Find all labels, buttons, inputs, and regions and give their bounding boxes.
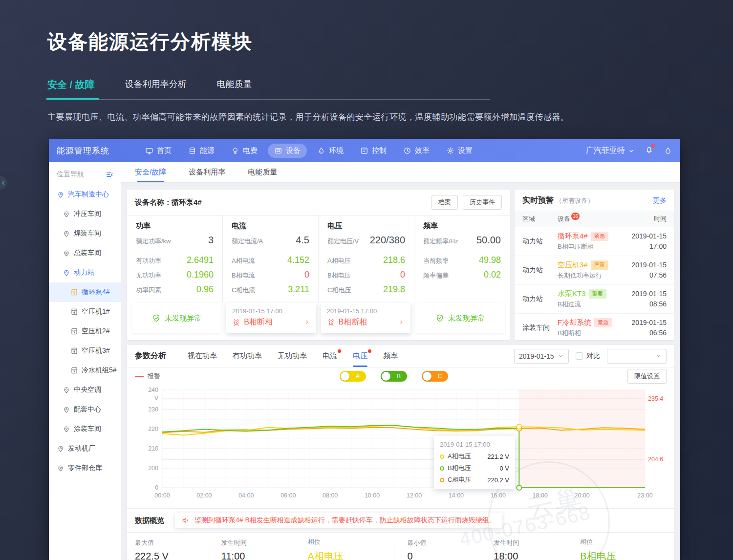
- status-ok-card-0: 未发现异常: [132, 303, 221, 333]
- sidebar-item-0[interactable]: 汽车制造中心: [49, 185, 121, 204]
- app-header-right: 广汽菲亚特: [586, 145, 672, 156]
- device-action-button-1[interactable]: 历史事件: [463, 195, 502, 210]
- nav-item-7[interactable]: 设置: [440, 144, 479, 158]
- nav-item-6[interactable]: 效率: [397, 144, 436, 158]
- sidebar-item-11[interactable]: 配套中心: [49, 400, 121, 419]
- alert-datetime: 2019-01-1508:56: [631, 289, 667, 309]
- alert-row-1[interactable]: 动力站空压机3#严重长期低功率运行2019-01-1507:56: [515, 256, 674, 285]
- stats-divider: [394, 540, 394, 560]
- app-brand: 能源管理系统: [57, 145, 109, 156]
- subtab-0[interactable]: 安全/故障: [135, 162, 166, 182]
- env-icon: [317, 147, 325, 155]
- nav-item-5[interactable]: 控制: [354, 144, 393, 158]
- nav-item-2[interactable]: 电费: [225, 144, 264, 158]
- phase-toggle-C[interactable]: C: [422, 371, 448, 382]
- analysis-tab-3[interactable]: 电流: [323, 345, 337, 367]
- collapse-edge-tab[interactable]: [0, 176, 7, 190]
- device-name-value: 循环泵4#: [172, 198, 202, 206]
- water-drop-icon[interactable]: [664, 147, 672, 155]
- alerts-more-link[interactable]: 更多: [653, 196, 667, 205]
- analysis-tab-0[interactable]: 视在功率: [188, 345, 217, 367]
- voltage-chart: 235.4204.6240V230220210200000:0002:0004:…: [135, 385, 667, 508]
- hero-tab-1[interactable]: 设备利用率分析: [125, 78, 187, 91]
- alert-row-3[interactable]: 涂装车间F冷却系统紧急B相断相2019-01-1506:56: [515, 314, 674, 340]
- severity-badge: 严重: [591, 260, 608, 270]
- analysis-tab-5[interactable]: 频率: [383, 345, 398, 367]
- alert-datetime: 2019-01-1506:56: [631, 318, 667, 338]
- limit-settings-button[interactable]: 限值设置: [627, 369, 667, 384]
- device-box-icon: [70, 308, 78, 316]
- alert-row-2[interactable]: 动力站水泵KT3重要B相过流2019-01-1508:56: [515, 285, 674, 314]
- analysis-tab-4[interactable]: 电压: [353, 345, 367, 367]
- alerts-subtitle: （所有设备）: [556, 196, 653, 205]
- sidebar-item-label: 总装车间: [74, 249, 101, 258]
- sidebar-item-14[interactable]: 零件部仓库: [49, 458, 121, 478]
- collapse-sidebar-icon[interactable]: [106, 171, 114, 179]
- hero-tab-2[interactable]: 电能质量: [217, 78, 252, 91]
- date-select[interactable]: 2019-01-15: [514, 349, 569, 364]
- compare-date-select[interactable]: [607, 349, 667, 364]
- sidebar-item-4[interactable]: 动力站: [49, 263, 121, 282]
- notifications-button[interactable]: [645, 145, 654, 156]
- svg-text:0: 0: [155, 484, 158, 491]
- stat-value: 0: [407, 551, 494, 560]
- severity-badge: 重要: [589, 289, 606, 299]
- subtab-1[interactable]: 设备利用率: [189, 162, 225, 182]
- nav-item-0[interactable]: 首页: [139, 144, 178, 158]
- nav-item-3[interactable]: 设备: [268, 144, 307, 158]
- compare-checkbox[interactable]: 对比: [576, 352, 600, 361]
- metric-label: 有功功率: [136, 257, 161, 265]
- shield-check-icon: [152, 314, 161, 323]
- tooltip-row: B相电压0 V: [440, 464, 509, 473]
- location-pin-icon: [57, 445, 65, 452]
- alert-desc: B相断相: [558, 329, 631, 338]
- metric-col-2: 电压额定电压/V220/380A相电压218.6B相电压0C相电压219.8: [319, 215, 414, 303]
- sidebar-item-13[interactable]: 发动机厂: [49, 439, 121, 458]
- sidebar-item-5[interactable]: 循环泵4#: [49, 282, 121, 302]
- nav-label: 环境: [329, 146, 344, 155]
- alert-device: F冷却系统: [558, 318, 591, 327]
- sidebar-item-label: 焊装车间: [74, 229, 101, 238]
- toggle-knob: [341, 372, 349, 381]
- tenant-selector[interactable]: 广汽菲亚特: [586, 146, 635, 156]
- status-alarm-card-1[interactable]: 2019-01-15 17:00B相断相: [226, 303, 316, 333]
- toggle-label: C: [431, 373, 448, 380]
- svg-text:204.6: 204.6: [648, 456, 663, 463]
- sidebar-item-2[interactable]: 焊装车间: [49, 224, 121, 243]
- svg-text:12:00: 12:00: [407, 492, 422, 499]
- nav-item-1[interactable]: 能源: [182, 144, 221, 158]
- analysis-tab-2[interactable]: 无功功率: [278, 345, 307, 367]
- phase-toggle-A[interactable]: A: [340, 371, 366, 382]
- alert-desc: 长期低功率运行: [558, 271, 631, 280]
- alert-row-0[interactable]: 动力站循环泵4#紧急B相电压断相2019-01-1517:00: [515, 227, 674, 256]
- alarm-legend-label: 报警: [148, 372, 160, 381]
- sidebar-item-10[interactable]: 中央空调: [49, 380, 121, 400]
- device-action-button-0[interactable]: 档案: [431, 195, 458, 210]
- nav-label: 控制: [372, 146, 387, 155]
- sidebar-item-3[interactable]: 总装车间: [49, 243, 121, 263]
- alert-area: 动力站: [522, 295, 558, 303]
- sidebar-item-label: 发动机厂: [68, 444, 95, 453]
- subtab-2[interactable]: 电能质量: [248, 162, 277, 182]
- sidebar-item-7[interactable]: 空压机2#: [49, 322, 121, 341]
- svg-text:210: 210: [148, 445, 158, 452]
- stat-value: B相电压: [580, 550, 667, 560]
- analysis-tab-1[interactable]: 有功功率: [233, 345, 262, 367]
- status-alarm-card-2[interactable]: 2019-01-15 17:00B相断相: [321, 303, 410, 333]
- sidebar-item-8[interactable]: 空压机3#: [49, 341, 121, 361]
- phase-toggle-B[interactable]: B: [381, 371, 407, 382]
- app-nav: 首页能源电费设备环境控制效率设置: [139, 144, 586, 158]
- checkbox-box[interactable]: [576, 352, 583, 360]
- location-pin-icon: [63, 425, 70, 433]
- nav-item-4[interactable]: 环境: [311, 144, 350, 158]
- sidebar-item-1[interactable]: 冲压车间: [49, 204, 121, 224]
- sidebar-item-12[interactable]: 涂装车间: [49, 419, 121, 439]
- sidebar-item-9[interactable]: 冷水机组5#: [49, 361, 121, 380]
- device-box-icon: [70, 366, 78, 374]
- location-pin-icon: [63, 406, 70, 413]
- hero-tab-0[interactable]: 安全 / 故障: [47, 78, 95, 91]
- stat-4: 发生时间18:00: [494, 538, 580, 560]
- sidebar-item-6[interactable]: 空压机1#: [49, 302, 121, 322]
- fee-icon: [231, 147, 239, 155]
- alerts-title: 实时预警: [522, 195, 554, 206]
